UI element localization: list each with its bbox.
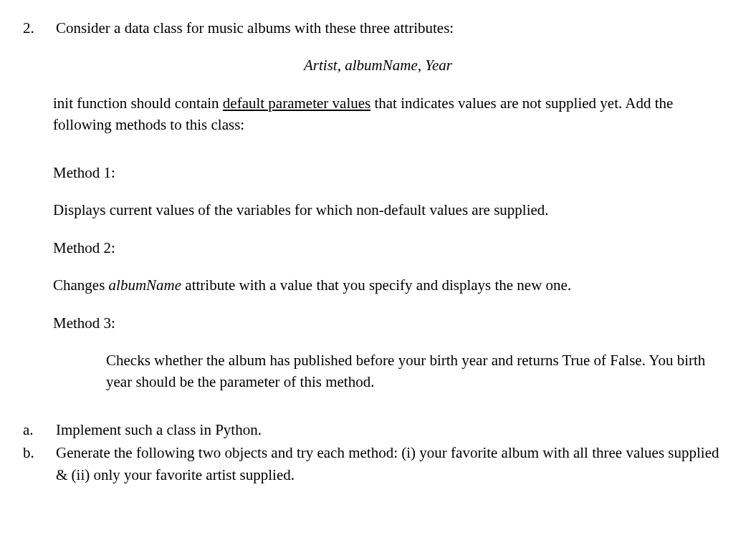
- method-1-body: Displays current values of the variables…: [53, 199, 736, 221]
- init-text-underlined: default parameter values: [223, 95, 370, 112]
- method-2-text-post: attribute with a value that you specify …: [181, 276, 571, 294]
- method-3-text: Checks whether the album has published b…: [106, 352, 705, 390]
- method-3-body: Checks whether the album has published b…: [106, 350, 736, 393]
- subpart-a-marker: a.: [20, 419, 56, 440]
- method-2-label: Method 2:: [53, 237, 736, 259]
- method-2-text-italic: albumName: [109, 276, 182, 294]
- subpart-b: b. Generate the following two objects an…: [20, 442, 736, 486]
- question-row: 2. Consider a data class for music album…: [20, 17, 736, 39]
- subpart-a-text: Implement such a class in Python.: [56, 419, 736, 440]
- method-3-label: Method 3:: [53, 312, 736, 334]
- subpart-b-marker: b.: [20, 442, 56, 463]
- subparts: a. Implement such a class in Python. b. …: [20, 419, 736, 486]
- init-description: init function should contain default par…: [53, 92, 736, 136]
- subpart-b-text: Generate the following two objects and t…: [56, 442, 736, 486]
- method-1-text: Displays current values of the variables…: [53, 201, 549, 218]
- subpart-a: a. Implement such a class in Python.: [20, 419, 736, 440]
- method-1-label: Method 1:: [53, 162, 736, 183]
- init-text-pre: init function should contain: [53, 95, 223, 112]
- method-2-body: Changes albumName attribute with a value…: [53, 274, 736, 296]
- attributes-line: Artist, albumName, Year: [20, 54, 736, 76]
- document-page: 2. Consider a data class for music album…: [0, 0, 756, 503]
- method-2-text-pre: Changes: [53, 276, 109, 294]
- question-number: 2.: [20, 17, 56, 39]
- question-prompt: Consider a data class for music albums w…: [56, 17, 736, 39]
